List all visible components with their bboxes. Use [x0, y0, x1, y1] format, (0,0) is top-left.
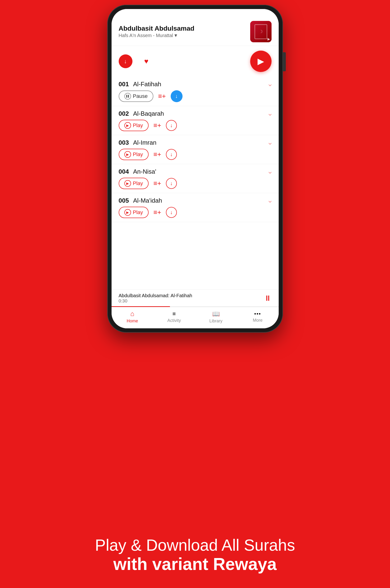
screen-content: Abdulbasit Abdulsamad Hafs A'n Assem - M…	[112, 9, 279, 328]
surah-name: Al-Baqarah	[133, 110, 164, 117]
now-playing-title: Abdulbasit Abdulsamad: Al-Fatihah	[119, 293, 192, 298]
now-playing-time: 0:30	[119, 298, 192, 304]
download-button[interactable]: ↓	[119, 55, 133, 68]
progress-bar	[112, 306, 279, 307]
quran-art-inner: ☽	[254, 24, 267, 39]
surah-number: 005	[119, 197, 129, 204]
queue-add-icon: ≡+	[153, 151, 161, 158]
add-to-queue-button[interactable]: ≡+	[153, 209, 161, 216]
now-playing-content: Abdulbasit Abdulsamad: Al-Fatihah 0:30 ⏸	[112, 289, 279, 307]
nav-library[interactable]: 📖 Library	[206, 310, 226, 324]
surah-header: 001 Al-Fatihah ⌵	[119, 81, 272, 88]
quran-thumbnail[interactable]: ☽	[250, 21, 272, 42]
download-circle-button[interactable]: ↓	[166, 207, 177, 218]
surah-name: Al-Ma'idah	[133, 197, 162, 204]
pause-bars	[126, 95, 129, 98]
surah-header: 005 Al-Ma'idah ⌵	[119, 197, 272, 204]
play-button[interactable]: ▶ Play	[119, 120, 149, 131]
play-button[interactable]: ▶ Play	[119, 207, 149, 218]
header-right: ☽	[250, 21, 272, 42]
chevron-down-icon[interactable]: ⌵	[268, 140, 272, 146]
download-circle-icon: ↓	[170, 180, 173, 186]
nav-home[interactable]: ⌂ Home	[123, 310, 142, 324]
pause-button[interactable]: Pause	[119, 91, 153, 102]
surah-number: 004	[119, 168, 129, 175]
surah-item: 004 An-Nisa' ⌵ ▶ Play ≡+	[112, 164, 279, 193]
progress-fill	[112, 306, 170, 307]
surah-number: 003	[119, 139, 129, 146]
header-text: Abdulbasit Abdulsamad Hafs A'n Assem - M…	[119, 25, 195, 39]
nav-library-label: Library	[209, 319, 222, 324]
phone-outer-frame: Abdulbasit Abdulsamad Hafs A'n Assem - M…	[107, 5, 283, 333]
chevron-down-icon[interactable]: ⌵	[268, 169, 272, 175]
surah-item: 001 Al-Fatihah ⌵	[112, 77, 279, 106]
favorite-button[interactable]: ♥	[140, 55, 153, 68]
heart-icon: ♥	[144, 57, 148, 65]
nav-more[interactable]: ••• More	[248, 311, 267, 323]
promo-line1: Play & Download All Surahs	[19, 536, 371, 554]
play-label: Play	[133, 209, 143, 216]
surah-title: 002 Al-Baqarah	[119, 110, 164, 117]
surah-item: 002 Al-Baqarah ⌵ ▶ Play ≡+	[112, 106, 279, 135]
chevron-down-icon[interactable]: ⌵	[268, 198, 272, 204]
now-playing-info: Abdulbasit Abdulsamad: Al-Fatihah 0:30	[119, 293, 192, 304]
surah-title: 001 Al-Fatihah	[119, 81, 161, 88]
surah-controls: Pause ≡+ ↓	[119, 90, 272, 102]
promo-text: Play & Download All Surahs with variant …	[0, 536, 390, 574]
status-bar	[112, 9, 279, 18]
nav-home-label: Home	[127, 319, 138, 324]
queue-add-icon: ≡+	[158, 92, 166, 100]
add-to-queue-button[interactable]: ≡+	[153, 122, 161, 129]
nav-activity[interactable]: ≡ Activity	[165, 310, 184, 323]
download-circle-button[interactable]: ↓	[166, 149, 177, 160]
surah-header: 004 An-Nisa' ⌵	[119, 168, 272, 175]
action-row: ↓ ♥ ▶	[112, 46, 279, 77]
surah-name: Al-Fatihah	[133, 81, 161, 88]
surah-name: An-Nisa'	[133, 168, 156, 175]
surah-name: Al-Imran	[133, 139, 156, 146]
surah-number: 001	[119, 81, 129, 88]
dropdown-arrow-icon[interactable]: ▾	[174, 32, 177, 38]
artist-name: Abdulbasit Abdulsamad	[119, 25, 195, 32]
promo-line2: with variant Rewaya	[19, 554, 371, 574]
quran-art-decoration: ☽	[259, 29, 263, 34]
add-to-queue-button[interactable]: ≡+	[158, 92, 166, 100]
download-circle-button[interactable]: ↓	[166, 178, 177, 189]
play-button[interactable]: ▶ Play	[119, 149, 149, 160]
download-blue-icon: ↓	[175, 93, 178, 99]
bottom-navigation: ⌂ Home ≡ Activity 📖 Library ••• More	[112, 307, 279, 328]
library-icon: 📖	[212, 310, 220, 318]
nav-more-label: More	[253, 318, 263, 323]
play-all-button[interactable]: ▶	[250, 51, 272, 72]
more-icon: •••	[254, 311, 261, 317]
pause-label: Pause	[133, 93, 148, 99]
play-label: Play	[133, 180, 143, 186]
play-button[interactable]: ▶ Play	[119, 178, 149, 189]
play-label: Play	[133, 151, 143, 158]
surah-controls: ▶ Play ≡+ ↓	[119, 149, 272, 160]
queue-add-icon: ≡+	[153, 179, 161, 187]
download-icon: ↓	[124, 58, 127, 65]
download-circle-button[interactable]: ↓	[166, 120, 177, 131]
phone-screen: Abdulbasit Abdulsamad Hafs A'n Assem - M…	[112, 9, 279, 328]
pause-bar-left	[126, 95, 127, 98]
phone-device: Abdulbasit Abdulsamad Hafs A'n Assem - M…	[107, 5, 283, 333]
chevron-down-icon[interactable]: ⌵	[268, 81, 272, 87]
download-circle-icon: ↓	[170, 209, 173, 216]
now-playing-bar[interactable]: Abdulbasit Abdulsamad: Al-Fatihah 0:30 ⏸	[112, 289, 279, 307]
pause-icon	[124, 93, 131, 100]
add-to-queue-button[interactable]: ≡+	[153, 151, 161, 158]
play-circle-icon: ▶	[124, 209, 131, 216]
now-playing-pause-button[interactable]: ⏸	[264, 294, 272, 303]
play-circle-icon: ▶	[124, 180, 131, 187]
surah-item: 005 Al-Ma'idah ⌵ ▶ Play ≡+	[112, 193, 279, 222]
play-circle-icon: ▶	[124, 122, 131, 129]
add-to-queue-button[interactable]: ≡+	[153, 179, 161, 187]
chevron-down-icon[interactable]: ⌵	[268, 111, 272, 117]
download-blue-button[interactable]: ↓	[171, 90, 183, 102]
download-circle-icon: ↓	[170, 122, 173, 128]
surah-item: 003 Al-Imran ⌵ ▶ Play ≡+	[112, 135, 279, 164]
home-icon: ⌂	[130, 310, 134, 318]
play-label: Play	[133, 122, 143, 128]
surah-title: 003 Al-Imran	[119, 139, 156, 146]
